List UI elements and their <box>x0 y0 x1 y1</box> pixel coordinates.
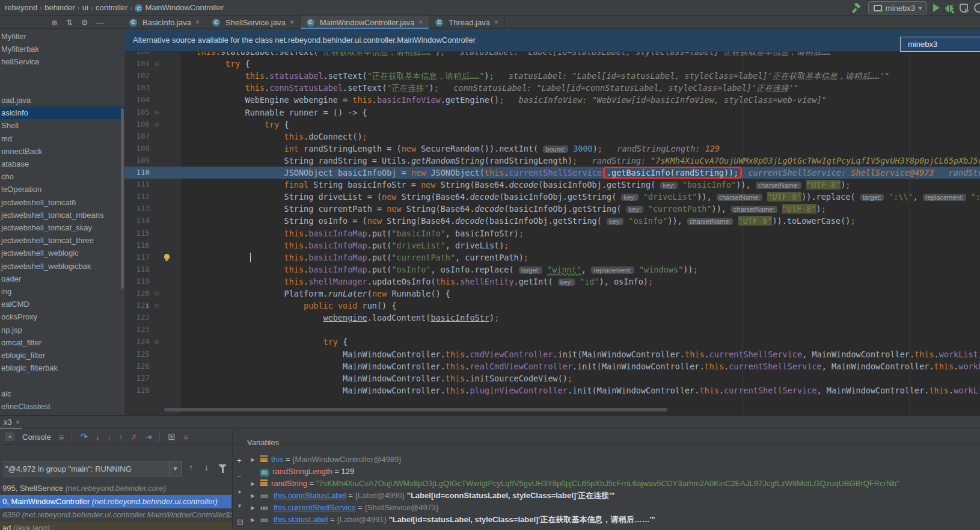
line-number[interactable]: 114 <box>129 215 150 227</box>
breadcrumb-item[interactable]: rebeyond <box>5 3 37 12</box>
sidebar-item[interactable]: ing <box>0 285 124 298</box>
breadcrumb-item[interactable]: ui <box>82 3 88 12</box>
variable-row[interactable]: ▶this = {MainWindowController@4989} <box>251 454 980 466</box>
sidebar-item[interactable]: Myfilter <box>0 30 124 43</box>
line-number[interactable]: 100 <box>129 52 150 58</box>
step-out-icon[interactable]: ↑ <box>119 433 123 442</box>
console-tab[interactable]: Console <box>22 433 51 442</box>
line-number[interactable]: 102 <box>129 70 150 82</box>
sidebar-item[interactable]: efineClasstest <box>0 400 124 413</box>
sidebar-item[interactable]: jectwebshell_tomcat6 <box>0 196 124 209</box>
sidebar-item[interactable]: asicInfo <box>0 106 124 119</box>
breadcrumb-item[interactable]: CMainWindowController <box>135 3 224 13</box>
variable-row[interactable]: 01randStringLength = 129 <box>251 466 980 478</box>
layout-settings-icon[interactable]: ≡ <box>183 432 189 442</box>
fold-icon[interactable]: ⊖ <box>155 119 159 131</box>
frame-row[interactable]: 8350 (net.rebeyond.behinder.ui.controlle… <box>0 508 231 522</box>
line-number[interactable]: 124 <box>129 336 150 348</box>
expand-arrow-icon[interactable]: ▶ <box>251 490 260 502</box>
line-number[interactable]: 109 <box>129 155 150 167</box>
evaluate-icon[interactable]: ⊞ <box>168 431 176 442</box>
line-number[interactable]: 123 <box>129 324 150 336</box>
remove-watch-icon[interactable]: − <box>237 472 242 481</box>
step-into-icon[interactable]: ↓ <box>96 433 100 442</box>
run-icon[interactable] <box>933 4 940 12</box>
filter-funnel-icon[interactable] <box>218 464 227 469</box>
frame-down-icon[interactable]: ↓ <box>204 463 209 472</box>
sidebar-item[interactable]: jectwebshell_tomcat_mbeans <box>0 209 124 221</box>
frame-row[interactable]: 995, ShellService (net.rebeyond.behinder… <box>0 482 231 495</box>
line-number[interactable]: 113 <box>129 203 150 215</box>
variable-row[interactable]: ▶oothis.connStatusLabel = {Label@4990} "… <box>251 490 980 502</box>
line-number[interactable]: 125 <box>129 348 150 360</box>
line-number[interactable]: 128 <box>129 384 150 396</box>
thread-combo[interactable]: "@4,972 in group "main": RUNNING ▾ <box>4 461 182 476</box>
sidebar-item[interactable]: oader <box>0 273 124 285</box>
variable-row[interactable]: ▶oothis.statusLabel = {Label@4991} "Labe… <box>251 514 980 526</box>
expand-arrow-icon[interactable]: ▶ <box>251 514 260 526</box>
close-icon[interactable]: × <box>494 18 498 26</box>
close-icon[interactable]: × <box>290 18 294 26</box>
run-config-combo[interactable]: minebx3 ▾ <box>868 1 927 14</box>
line-number[interactable]: 118 <box>129 263 150 276</box>
force-step-into-icon[interactable]: ↓ <box>108 433 112 442</box>
fold-icon[interactable]: ⊖ <box>155 300 159 312</box>
variable-row[interactable]: ▶oothis.currentShellService = {ShellServ… <box>251 502 980 514</box>
variable-row[interactable]: ▶randString = "7sKMh4XiuCvA7OujUWMx8pO3j… <box>251 478 980 490</box>
line-number[interactable]: 103 <box>129 82 150 94</box>
tab-thread-java[interactable]: CThread.java× <box>429 16 505 29</box>
line-number[interactable]: 116 <box>129 239 150 251</box>
coverage-icon[interactable] <box>960 4 968 13</box>
scroll-from-source-icon[interactable]: ⊕ <box>51 18 58 27</box>
build-hammer-icon[interactable] <box>852 3 862 13</box>
banner-source-combo[interactable]: minebx3 <box>900 37 980 52</box>
editor-hscrollbar[interactable] <box>164 408 667 411</box>
sort-icon[interactable]: ⇅ <box>66 18 73 27</box>
line-number[interactable]: 119 <box>129 276 150 288</box>
drop-frame-icon[interactable]: ✗ <box>131 433 138 442</box>
line-number[interactable]: 117 <box>129 251 150 263</box>
sidebar-item[interactable]: Shell <box>0 119 124 132</box>
hide-icon[interactable]: — <box>96 18 104 27</box>
sidebar-item[interactable] <box>0 81 124 94</box>
line-number[interactable]: 122 <box>129 312 150 324</box>
tab-shellservice-java[interactable]: CShellService.java× <box>206 16 301 29</box>
sidebar-item[interactable]: eblogic_filterbak <box>0 362 124 374</box>
line-number[interactable]: 106 <box>129 119 150 131</box>
sidebar-item[interactable]: ealCMD <box>0 298 124 310</box>
intention-bulb-icon[interactable] <box>164 254 170 259</box>
sidebar-item[interactable]: jectwebshell_weblogic <box>0 247 124 259</box>
expand-arrow-icon[interactable]: ▶ <box>251 478 260 490</box>
line-number[interactable]: 107 <box>129 131 150 143</box>
sidebar-item[interactable]: eblogic_filter <box>0 349 124 362</box>
frame-up-icon[interactable]: ↑ <box>189 463 193 472</box>
tab-basicinfo-java[interactable]: CBasicInfo.java× <box>123 16 206 29</box>
move-up-icon[interactable]: ▲ <box>237 488 242 495</box>
sidebar-item[interactable]: alc <box>0 387 124 400</box>
sidebar-item[interactable]: jectwebshell_tomcat_skay <box>0 221 124 234</box>
debug-session-tab[interactable]: x3 × <box>0 416 26 429</box>
close-icon[interactable]: × <box>195 18 200 26</box>
gear-icon[interactable]: ⚙ <box>81 18 88 27</box>
line-number[interactable]: 127 <box>129 372 150 384</box>
sidebar-item[interactable]: cho <box>0 170 124 183</box>
sidebar-item[interactable]: Myfilterbak <box>0 43 124 55</box>
sidebar-item[interactable] <box>0 69 124 81</box>
fold-icon[interactable]: ⊖ <box>155 336 159 348</box>
sidebar-item[interactable]: jectwebshell_weblogicbak <box>0 260 124 273</box>
frame-row[interactable]: ad (java.lang) <box>0 522 231 530</box>
fold-icon[interactable]: ⊖ <box>155 106 159 119</box>
step-over-icon[interactable]: ↷ <box>80 431 88 442</box>
frame-row[interactable]: 0, MainWindowController (net.rebeyond.be… <box>0 495 231 508</box>
add-watch-icon[interactable]: + <box>237 456 242 465</box>
line-number[interactable]: 120 <box>129 288 150 300</box>
line-number[interactable]: 115 <box>129 227 150 239</box>
sidebar-item[interactable]: hellService <box>0 55 124 68</box>
sidebar-item[interactable] <box>0 374 124 387</box>
code-editor[interactable]: 100this.statusLabel.setText("正在获取基本信息，请稍… <box>124 52 980 415</box>
close-icon[interactable]: × <box>418 18 423 26</box>
override-icon[interactable]: ↥ <box>145 300 149 312</box>
expand-arrow-icon[interactable]: ▶ <box>251 502 260 514</box>
line-number[interactable]: 104 <box>129 94 150 106</box>
line-number[interactable]: 110 <box>129 167 150 179</box>
